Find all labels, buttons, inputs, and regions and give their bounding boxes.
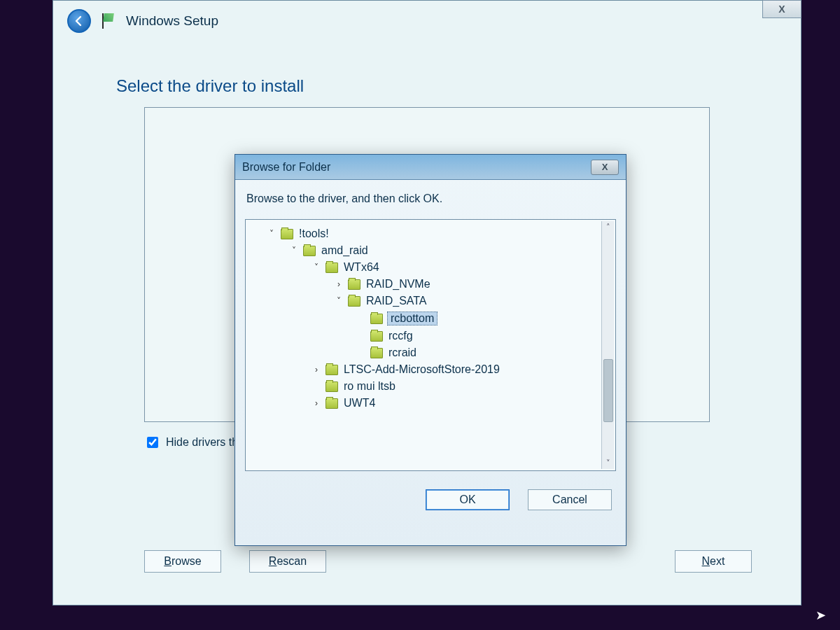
chevron-down-icon[interactable]: ˅ — [334, 296, 344, 306]
folder-tree[interactable]: ˅!tools!˅amd_raid˅WTx64›RAID_NVMe˅RAID_S… — [245, 219, 616, 471]
tree-item[interactable]: ˅amd_raid — [248, 242, 615, 259]
tree-item-label: rcbottom — [387, 312, 438, 326]
tree-scrollbar[interactable]: ˄ ˅ — [601, 221, 614, 469]
tree-item[interactable]: rcraid — [248, 344, 615, 361]
tree-item-label: UWT4 — [342, 397, 377, 410]
window-title: Windows Setup — [126, 13, 218, 29]
folder-icon — [370, 331, 383, 342]
tree-item-label: RAID_SATA — [365, 295, 428, 307]
windows-flag-icon — [101, 12, 116, 30]
tree-item-label: amd_raid — [320, 244, 370, 257]
tree-item[interactable]: ˅RAID_SATA — [248, 293, 615, 309]
rescan-button[interactable]: Rescan — [249, 550, 326, 573]
chevron-right-icon[interactable]: › — [312, 365, 321, 374]
tree-item[interactable]: rcbottom — [248, 309, 615, 328]
folder-icon — [326, 365, 338, 375]
tree-item[interactable]: ro mui ltsb — [248, 378, 615, 395]
close-icon: X — [602, 162, 608, 172]
dialog-title: Browse for Folder — [242, 161, 330, 174]
mouse-cursor-icon: ➤ — [816, 608, 826, 623]
folder-icon — [281, 229, 293, 239]
next-button[interactable]: Next — [675, 550, 752, 573]
tree-item-label: LTSC-Add-MicrosoftStore-2019 — [342, 363, 501, 376]
chevron-down-icon[interactable]: ˅ — [267, 229, 276, 239]
chevron-right-icon[interactable]: › — [312, 398, 321, 408]
close-icon: X — [778, 4, 785, 15]
tree-item[interactable]: ˅!tools! — [248, 225, 615, 242]
tree-item[interactable]: ˅WTx64 — [248, 259, 615, 276]
folder-icon — [348, 279, 360, 290]
back-button[interactable] — [67, 9, 91, 33]
tree-item-label: rcraid — [387, 346, 418, 359]
folder-icon — [326, 398, 338, 409]
dialog-instruction: Browse to the driver, and then click OK. — [235, 180, 626, 214]
tree-item-label: rccfg — [387, 330, 414, 342]
bottom-button-row: Browse Rescan Next — [144, 550, 752, 573]
scroll-thumb[interactable] — [603, 359, 613, 422]
tree-item-label: !tools! — [298, 227, 330, 240]
scroll-down-icon[interactable]: ˅ — [606, 457, 610, 469]
folder-icon — [348, 296, 360, 307]
tree-item-label: RAID_NVMe — [365, 278, 432, 290]
cancel-button[interactable]: Cancel — [528, 489, 612, 510]
arrow-left-icon — [73, 15, 85, 27]
page-heading: Select the driver to install — [53, 41, 801, 107]
chevron-down-icon[interactable]: ˅ — [312, 262, 321, 272]
chevron-down-icon[interactable]: ˅ — [289, 246, 299, 255]
folder-icon — [326, 382, 338, 392]
browse-button[interactable]: Browse — [144, 550, 221, 573]
tree-item[interactable]: ›UWT4 — [248, 395, 615, 412]
ok-button[interactable]: OK — [426, 489, 510, 510]
tree-item[interactable]: ›LTSC-Add-MicrosoftStore-2019 — [248, 361, 615, 378]
folder-icon — [326, 262, 338, 273]
tree-item[interactable]: ›RAID_NVMe — [248, 276, 615, 293]
folder-icon — [370, 348, 383, 358]
folder-icon — [303, 246, 316, 256]
window-close-button[interactable]: X — [762, 0, 802, 18]
titlebar: Windows Setup — [53, 1, 801, 41]
dialog-close-button[interactable]: X — [591, 160, 619, 175]
tree-item-label: WTx64 — [342, 261, 381, 274]
dialog-titlebar: Browse for Folder X — [235, 155, 626, 180]
browse-for-folder-dialog: Browse for Folder X Browse to the driver… — [234, 154, 626, 546]
folder-icon — [370, 314, 383, 324]
hide-drivers-checkbox[interactable] — [147, 437, 158, 448]
dialog-button-row: OK Cancel — [235, 477, 626, 510]
scroll-up-icon[interactable]: ˄ — [606, 221, 610, 233]
chevron-right-icon[interactable]: › — [334, 279, 344, 289]
tree-item[interactable]: rccfg — [248, 328, 615, 344]
tree-item-label: ro mui ltsb — [342, 380, 397, 393]
